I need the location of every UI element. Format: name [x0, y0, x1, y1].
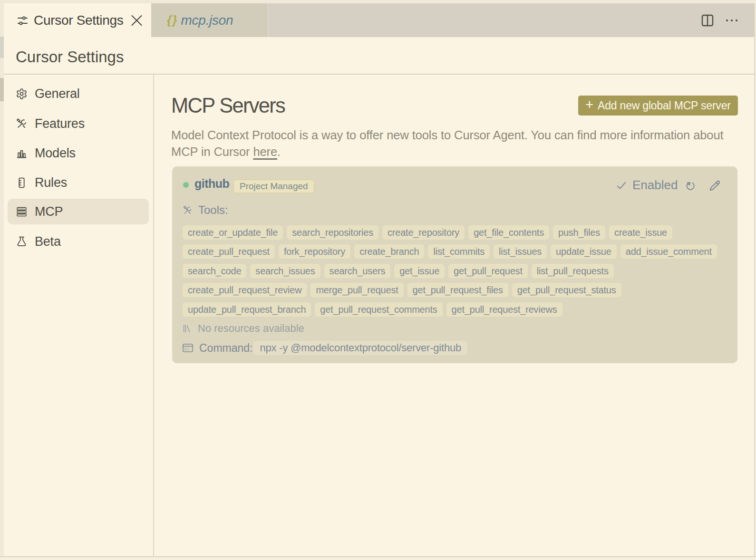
svg-text:C:\: C:\	[184, 347, 190, 351]
